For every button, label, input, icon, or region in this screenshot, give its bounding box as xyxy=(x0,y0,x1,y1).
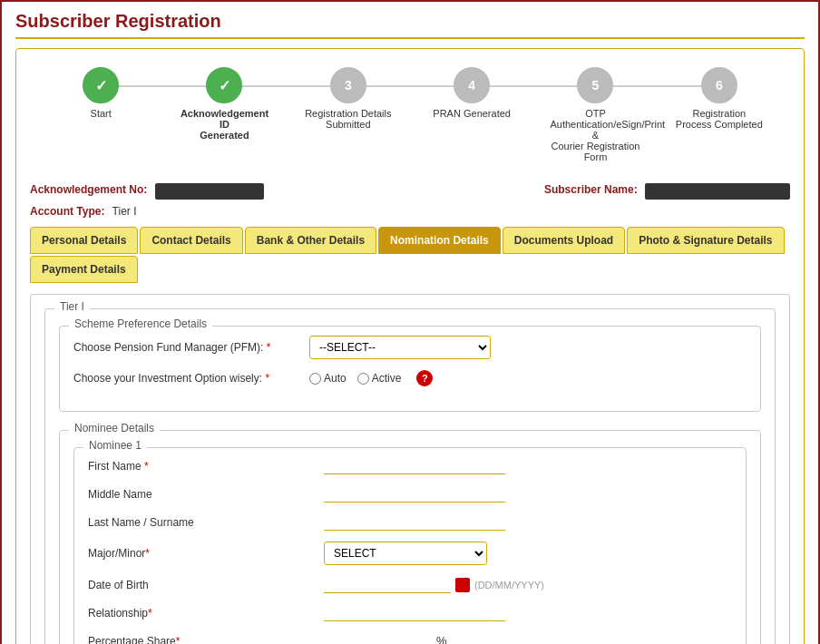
ack-label: Acknowledgement No: xyxy=(30,183,147,196)
dob-row: Date of Birth (DD/MM/YYYY) xyxy=(88,576,732,593)
tier1-legend: Tier I xyxy=(54,300,90,313)
pfm-row: Choose Pension Fund Manager (PFM): * --S… xyxy=(73,336,747,359)
tab-personal[interactable]: Personal Details xyxy=(30,227,138,254)
info-row: Acknowledgement No: Subscriber Name: xyxy=(30,183,790,200)
tabs-container: Personal Details Contact Details Bank & … xyxy=(30,227,790,283)
main-card: ✓ Start ✓ Acknowledgement IDGenerated 3 … xyxy=(15,48,805,644)
relationship-input[interactable] xyxy=(324,604,505,621)
step-5: 5 OTP Authentication/eSign/Print &Courie… xyxy=(533,67,657,162)
account-type-value: Tier I xyxy=(112,205,137,218)
investment-radio-group: Auto Active ? xyxy=(309,370,433,386)
step-1-circle: ✓ xyxy=(83,67,119,103)
content-area: Tier I Scheme Preference Details Choose … xyxy=(30,294,790,644)
dob-container: (DD/MM/YYYY) xyxy=(324,576,544,593)
first-name-row: First Name * xyxy=(88,457,732,474)
step-2-label: Acknowledgement IDGenerated xyxy=(179,108,269,141)
major-minor-row: Major/Minor* SELECT Major Minor xyxy=(88,542,732,565)
radio-active-label: Active xyxy=(372,372,402,385)
calendar-icon[interactable] xyxy=(455,578,470,592)
tab-photo[interactable]: Photo & Signature Details xyxy=(627,227,784,254)
step-2-circle: ✓ xyxy=(206,67,242,103)
dob-input[interactable] xyxy=(324,576,451,593)
step-2: ✓ Acknowledgement IDGenerated xyxy=(162,67,286,141)
step-4-circle: 4 xyxy=(454,67,490,103)
tab-nomination[interactable]: Nomination Details xyxy=(378,227,501,254)
account-type-label: Account Type: xyxy=(30,205,104,218)
step-6: 6 Registration Process Completed xyxy=(658,67,781,130)
subscriber-label: Subscriber Name: xyxy=(544,183,638,196)
major-minor-select[interactable]: SELECT Major Minor xyxy=(324,542,487,565)
step-4-label: PRAN Generated xyxy=(433,108,511,119)
step-3-label: Registration DetailsSubmitted xyxy=(305,108,391,130)
percentage-input[interactable] xyxy=(324,632,433,644)
step-3: 3 Registration DetailsSubmitted xyxy=(287,67,410,130)
step-5-circle: 5 xyxy=(577,67,613,103)
scheme-legend: Scheme Preference Details xyxy=(69,317,212,330)
investment-row: Choose your Investment Option wisely: * … xyxy=(73,370,747,386)
percentage-container: % xyxy=(324,632,447,644)
last-name-label: Last Name / Surname xyxy=(88,516,324,529)
outer-container: Subscriber Registration ✓ Start ✓ Acknow… xyxy=(0,0,820,644)
tier1-section: Tier I Scheme Preference Details Choose … xyxy=(44,308,776,644)
subscriber-group: Subscriber Name: xyxy=(544,183,790,200)
nominee1-box: Nominee 1 First Name * Middle Name xyxy=(73,447,747,644)
last-name-input[interactable] xyxy=(324,513,505,531)
nominee-legend: Nominee Details xyxy=(69,422,160,434)
middle-name-label: Middle Name xyxy=(88,488,324,501)
step-1-label: Start xyxy=(91,108,112,119)
scheme-section: Scheme Preference Details Choose Pension… xyxy=(59,326,761,412)
percentage-symbol: % xyxy=(436,634,447,644)
tab-payment[interactable]: Payment Details xyxy=(30,256,138,283)
tab-documents[interactable]: Documents Upload xyxy=(503,227,625,254)
pfm-label: Choose Pension Fund Manager (PFM): * xyxy=(73,341,309,354)
ack-group: Acknowledgement No: xyxy=(30,183,264,200)
relationship-row: Relationship* xyxy=(88,604,732,621)
middle-name-row: Middle Name xyxy=(88,485,732,503)
middle-name-input[interactable] xyxy=(324,485,505,503)
percentage-row: Percentage Share* % xyxy=(88,632,732,644)
step-5-label: OTP Authentication/eSign/Print &Courier … xyxy=(550,108,640,162)
subscriber-value xyxy=(645,183,790,200)
step-1: ✓ Start xyxy=(39,67,162,119)
investment-label: Choose your Investment Option wisely: * xyxy=(73,372,309,385)
account-type-row: Account Type: Tier I xyxy=(30,205,790,218)
radio-active-input[interactable] xyxy=(357,373,369,385)
stepper: ✓ Start ✓ Acknowledgement IDGenerated 3 … xyxy=(30,63,790,167)
step-6-circle: 6 xyxy=(701,67,737,103)
first-name-input[interactable] xyxy=(324,457,505,474)
page-title: Subscriber Registration xyxy=(15,11,805,39)
nominee-section: Nominee Details Nominee 1 First Name * xyxy=(59,430,761,644)
tab-contact[interactable]: Contact Details xyxy=(140,227,242,254)
step-3-circle: 3 xyxy=(330,67,366,103)
help-icon[interactable]: ? xyxy=(416,370,433,386)
relationship-label: Relationship* xyxy=(88,607,324,620)
pfm-select[interactable]: --SELECT-- Option 1 Option 2 xyxy=(309,336,491,359)
step-4: 4 PRAN Generated xyxy=(410,67,533,119)
dob-placeholder: (DD/MM/YYYY) xyxy=(474,580,544,590)
radio-auto-input[interactable] xyxy=(309,373,321,385)
radio-auto-label: Auto xyxy=(324,372,347,385)
nominee1-legend: Nominee 1 xyxy=(83,439,147,452)
first-name-label: First Name * xyxy=(88,460,324,473)
radio-active[interactable]: Active xyxy=(357,372,402,385)
percentage-label: Percentage Share* xyxy=(88,635,324,645)
major-minor-label: Major/Minor* xyxy=(88,547,324,560)
radio-auto[interactable]: Auto xyxy=(309,372,347,385)
last-name-row: Last Name / Surname xyxy=(88,513,732,531)
step-6-label: Registration Process Completed xyxy=(674,108,765,130)
ack-value xyxy=(155,183,264,200)
tab-bank[interactable]: Bank & Other Details xyxy=(245,227,376,254)
dob-label: Date of Birth xyxy=(88,579,324,591)
